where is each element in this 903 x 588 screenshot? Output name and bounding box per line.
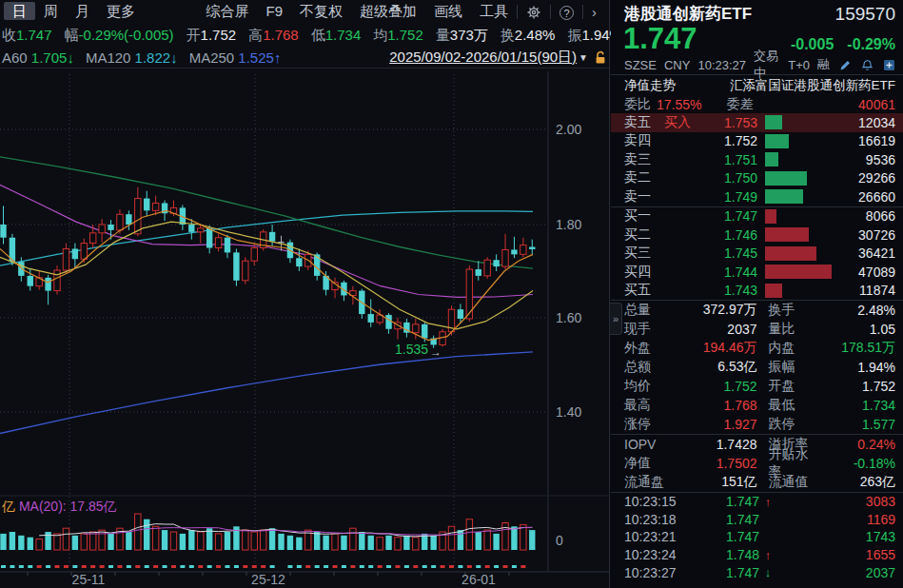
menu-item-0[interactable]: 综合屏	[197, 3, 257, 19]
svg-text:26-01: 26-01	[461, 572, 496, 587]
weibi-value: 17.55%	[657, 97, 701, 112]
svg-text:1.60: 1.60	[556, 310, 581, 325]
ask-row[interactable]: 卖四1.75216619	[611, 132, 903, 151]
svg-text:2.00: 2.00	[556, 122, 581, 137]
quote-summary-row: 收1.747幅-0.29%(-0.005)开1.752高1.768低1.734均…	[0, 24, 609, 47]
weibi-label: 委比	[624, 96, 651, 113]
collapse-chevron-icon[interactable]: ›	[583, 4, 605, 20]
ma-legend-MA250: MA250 1.525↑	[189, 49, 282, 66]
menu-item-1[interactable]: F9	[257, 3, 291, 19]
menu-item-5[interactable]: 工具	[471, 3, 517, 19]
ask-depth-bar	[765, 189, 803, 204]
quote-均: 均1.752	[373, 27, 423, 43]
tick-row[interactable]: 10:23:181.7471169	[611, 511, 903, 529]
quote-低: 低1.734	[311, 27, 362, 43]
help-icon[interactable]: ?	[551, 4, 582, 21]
bid-depth-bar	[765, 209, 776, 224]
settings-gear-icon[interactable]	[518, 5, 550, 20]
stat-row: 最高1.768最低1.734	[611, 396, 903, 415]
menu-item-3[interactable]: 超级叠加	[351, 3, 425, 19]
chart-menu: 综合屏F9不复权超级叠加画线工具	[197, 3, 517, 21]
svg-text:1.535: 1.535	[395, 342, 428, 357]
stat-row: 总量372.97万换手2.48%	[611, 301, 903, 320]
quote-量: 量373万	[436, 27, 488, 43]
tab-period-2[interactable]: 月	[67, 2, 98, 20]
ask-depth-bar	[765, 134, 789, 148]
svg-text:0: 0	[556, 533, 563, 548]
ask-row[interactable]: 卖二1.75029266	[611, 169, 903, 188]
fund-full-name: 汇添富国证港股通创新药ETF	[730, 77, 895, 94]
bid-row[interactable]: 买三1.74536421	[611, 245, 903, 264]
add-plus-icon[interactable]	[883, 59, 895, 71]
bid-row[interactable]: 买一1.7478066	[611, 207, 903, 226]
weicha-label: 委差	[726, 96, 753, 113]
quote-开: 开1.752	[186, 27, 237, 43]
period-toolbar: 日周月更多 综合屏F9不复权超级叠加画线工具 ? ›	[0, 0, 609, 24]
currency-label: CNY	[664, 58, 690, 72]
stat-row: 现手2037量比1.05	[611, 320, 903, 339]
quote-收: 收1.747	[2, 27, 52, 43]
stats-block: 总量372.97万换手2.48%现手2037量比1.05外盘194.46万内盘1…	[611, 301, 903, 434]
ask-row[interactable]: 卖三1.7519536	[611, 150, 903, 169]
nav-trend-link[interactable]: 净值走势	[624, 77, 676, 94]
ask-row[interactable]: 卖五买入1.75312034	[611, 113, 903, 132]
svg-text:25-11: 25-11	[72, 572, 106, 587]
tab-period-3[interactable]: 更多	[98, 2, 144, 20]
tab-period-1[interactable]: 周	[35, 2, 67, 20]
menu-item-2[interactable]: 不复权	[291, 3, 351, 19]
ma-legend-A60: A60 1.705↓	[2, 49, 74, 66]
stat-row: 净值1.7502升贴水率-0.18%	[611, 454, 903, 473]
menu-item-4[interactable]: 画线	[425, 3, 471, 19]
quote-panel: » 港股通创新药ETF 159570 1.747 -0.005-0.29% SZ…	[611, 0, 903, 588]
trading-app-window: 日周月更多 综合屏F9不复权超级叠加画线工具 ? › 收1.747幅-0.29%…	[0, 0, 903, 588]
ma-legend-MA120: MA120 1.822↓	[86, 49, 178, 66]
bid-depth-bar	[765, 246, 816, 261]
tplus-badge: T+0	[788, 58, 810, 72]
ask-depth-bar	[765, 171, 807, 186]
panel-expander-icon[interactable]: »	[610, 303, 622, 335]
edit-pencil-icon[interactable]	[839, 59, 852, 71]
instrument-code: 159570	[835, 4, 895, 25]
tick-row[interactable]: 10:23:151.747↑3083	[611, 493, 903, 511]
bid-depth-bar	[765, 265, 832, 279]
ask-depth-bar	[765, 152, 778, 167]
stat-row: 外盘194.46万内盘178.51万	[611, 339, 903, 358]
bid-row[interactable]: 买二1.74630726	[611, 225, 903, 245]
ask-depth-bar	[765, 115, 782, 129]
period-tabs: 日周月更多	[4, 3, 144, 21]
stat-row: 流通盘151亿流通值263亿	[611, 473, 903, 492]
last-price: 1.747	[623, 25, 697, 53]
bid-depth-bar	[765, 227, 809, 242]
quote-高: 高1.768	[248, 27, 299, 43]
tab-period-0[interactable]: 日	[4, 2, 35, 20]
bid-depth-bar	[765, 284, 782, 298]
stat-row: 均价1.752开盘1.752	[611, 377, 903, 396]
exchange-label: SZSE	[624, 58, 657, 72]
chevron-down-icon[interactable]: ▼	[579, 52, 588, 63]
tick-list: 10:23:151.747↑308310:23:181.747116910:23…	[611, 493, 903, 581]
bid-row[interactable]: 买五1.74311874	[611, 282, 903, 301]
ma-legend-row: A60 1.705↓MA120 1.822↓MA250 1.525↑ 2025/…	[0, 47, 609, 69]
bid-row[interactable]: 买四1.74447089	[611, 263, 903, 282]
svg-text:→: →	[430, 345, 442, 359]
svg-text:1.80: 1.80	[556, 217, 581, 232]
svg-text:亿 MA(20): 17.85亿: 亿 MA(20): 17.85亿	[1, 499, 117, 514]
quote-幅: 幅-0.29%(-0.005)	[65, 27, 174, 43]
kline-svg: 1.535→2.001.801.601.40亿 MA(20): 17.85亿02…	[0, 69, 610, 588]
date-range-selector[interactable]: 2025/09/02-2026/01/15(90日)	[389, 49, 577, 67]
price-change: -0.005-0.29%	[777, 36, 895, 53]
quote-time: 10:23:27	[697, 58, 746, 72]
tick-row[interactable]: 10:23:271.747↓2037	[611, 563, 903, 581]
etf-stats-block: IOPV1.7428溢折率0.24%净值1.7502升贴水率-0.18%流通盘1…	[611, 435, 903, 492]
candlestick-chart-canvas[interactable]: 1.535→2.001.801.601.40亿 MA(20): 17.85亿02…	[0, 69, 610, 588]
svg-text:1.40: 1.40	[556, 404, 581, 420]
alert-bell-icon[interactable]	[861, 59, 874, 71]
ask-row[interactable]: 卖一1.74926660	[611, 187, 903, 206]
unlock-icon[interactable]	[594, 50, 607, 65]
weicha-value: 40061	[858, 97, 895, 112]
quote-换: 换2.48%	[501, 27, 556, 43]
bid-orderbook: 买一1.7478066买二1.74630726买三1.74536421买四1.7…	[611, 207, 903, 301]
chart-section: 日周月更多 综合屏F9不复权超级叠加画线工具 ? › 收1.747幅-0.29%…	[0, 0, 610, 588]
tick-row[interactable]: 10:23:211.7471743	[611, 528, 903, 546]
tick-row[interactable]: 10:23:241.748↑1655	[611, 546, 903, 564]
